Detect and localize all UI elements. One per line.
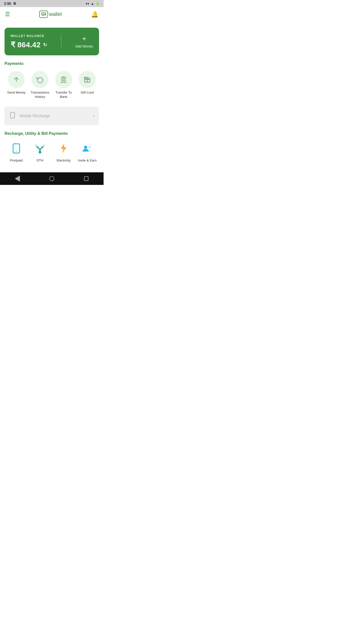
payments-grid: Send Money Transactions History (5, 71, 99, 99)
back-icon (15, 176, 20, 182)
add-money-plus-icon: + (82, 35, 86, 43)
payments-section-title: Payments (5, 61, 99, 66)
utility-section-title: Recharge, Utility & Bill Payments (5, 131, 99, 136)
logo-box-text: GI (39, 11, 48, 18)
postpaid-item[interactable]: Postpaid (6, 141, 26, 162)
mobile-recharge-text: Mobile Recharge (20, 114, 50, 118)
utility-section: Recharge, Utility & Bill Payments Postpa… (0, 125, 104, 162)
signal-icon: ▲ (91, 2, 94, 6)
recent-button[interactable] (82, 175, 90, 182)
mobile-recharge-left: Mobile Recharge (9, 112, 50, 120)
bottom-nav-bar (0, 172, 104, 185)
dth-label: DTH (37, 158, 43, 162)
electricity-icon (56, 141, 71, 156)
transfer-to-bank-item[interactable]: Transfer To Bank (54, 71, 74, 99)
dth-icon (32, 141, 48, 156)
status-bar: 2:50 ⚙ ▾▾ ▲ 🔋 (0, 0, 104, 7)
invite-earn-icon (80, 141, 95, 156)
mobile-recharge-banner[interactable]: Mobile Recharge › (5, 107, 99, 125)
transactions-history-item[interactable]: Transactions History (30, 71, 50, 99)
add-money-button[interactable]: + Add Money (75, 35, 93, 48)
invite-earn-label: Invite & Earn (78, 158, 97, 162)
status-time: 2:50 (4, 2, 11, 6)
postpaid-label: Postpaid (10, 158, 23, 162)
transactions-history-label: Transactions History (30, 91, 50, 99)
battery-icon: 🔋 (96, 2, 100, 6)
svg-point-14 (84, 146, 87, 149)
back-button[interactable] (14, 175, 21, 182)
refresh-icon[interactable]: ↻ (43, 42, 47, 48)
home-button[interactable] (48, 175, 56, 182)
payments-section: Payments Send Money Transactions History (0, 55, 104, 99)
send-money-icon (8, 71, 25, 88)
svg-marker-13 (61, 144, 66, 153)
wallet-info: WALLET BALANCE ₹ 864.42 ↻ (11, 34, 47, 49)
wallet-amount-value: ₹ 864.42 (11, 40, 40, 49)
hamburger-icon[interactable]: ☰ (5, 11, 10, 18)
gift-card-label: Gift Card (81, 91, 94, 95)
electricity-item[interactable]: Electricity (54, 141, 74, 162)
mobile-icon (9, 112, 16, 120)
dth-item[interactable]: DTH (30, 141, 50, 162)
send-money-item[interactable]: Send Money (6, 71, 26, 95)
svg-marker-6 (61, 76, 66, 78)
transfer-to-bank-icon (55, 71, 72, 88)
utility-grid: Postpaid DTH Electricity (5, 141, 99, 162)
gift-card-item[interactable]: Gift Card (77, 71, 97, 95)
wallet-divider (61, 34, 61, 49)
wallet-card: WALLET BALANCE ₹ 864.42 ↻ + Add Money (5, 28, 99, 55)
send-money-label: Send Money (7, 91, 26, 95)
home-icon (49, 176, 54, 181)
wallet-balance-label: WALLET BALANCE (11, 34, 47, 38)
invite-earn-item[interactable]: Invite & Earn (77, 141, 97, 162)
logo-text: wallet (49, 11, 62, 17)
chevron-right-icon: › (93, 113, 95, 118)
postpaid-icon (9, 141, 24, 156)
app-logo: GI wallet (39, 11, 62, 18)
wifi-icon: ▾▾ (86, 2, 89, 6)
electricity-label: Electricity (57, 158, 71, 162)
transfer-to-bank-label: Transfer To Bank (54, 91, 74, 99)
gift-card-icon (79, 71, 96, 88)
bell-icon[interactable]: 🔔 (91, 11, 99, 18)
app-header: ☰ GI wallet 🔔 (0, 7, 104, 22)
status-icons: ▾▾ ▲ 🔋 (86, 2, 100, 6)
gear-icon: ⚙ (13, 2, 16, 6)
wallet-amount: ₹ 864.42 ↻ (11, 40, 47, 49)
recent-icon (84, 176, 88, 181)
transactions-history-icon (31, 71, 49, 88)
add-money-label: Add Money (75, 44, 93, 48)
